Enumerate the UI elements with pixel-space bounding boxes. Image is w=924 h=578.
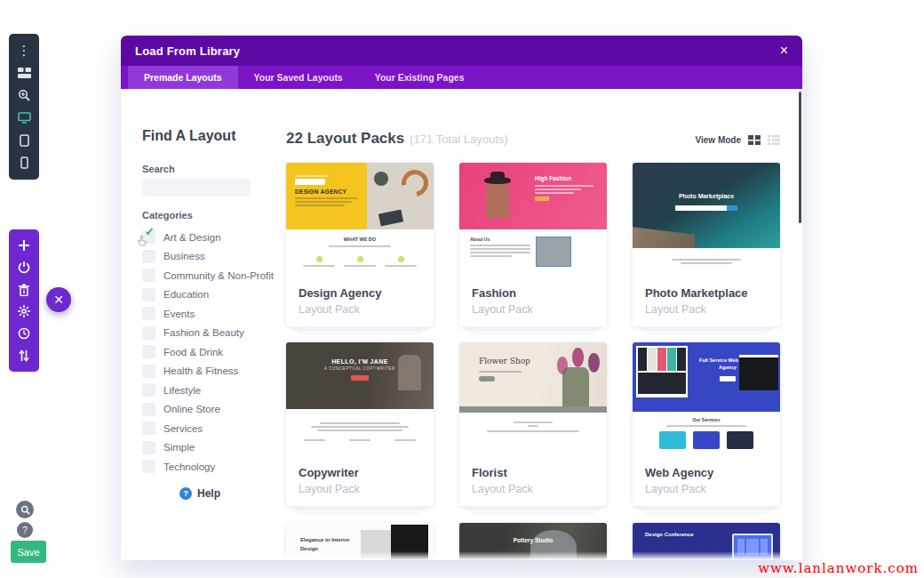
wireframe-view-icon[interactable] — [16, 65, 32, 81]
thumb-hero-text: HELLO, I'M JANE — [286, 358, 434, 365]
card-title: Photo Marketplace — [645, 286, 768, 300]
search-input[interactable] — [142, 179, 251, 197]
trash-icon[interactable] — [16, 282, 32, 298]
category-label: Fashion & Beauty — [163, 327, 244, 338]
sidebar-heading: Find A Layout — [142, 128, 235, 144]
category-food-drink[interactable]: Food & Drink — [142, 342, 275, 362]
thumbnail: Elegance in Interior Design — [286, 523, 434, 560]
category-label: Business — [163, 251, 205, 261]
phone-view-icon[interactable] — [16, 155, 32, 171]
checkbox[interactable] — [142, 421, 155, 435]
kebab-menu-icon[interactable]: ⋮ — [16, 43, 32, 59]
builder-close-button[interactable]: ✕ — [46, 287, 71, 312]
history-clock-icon[interactable] — [16, 325, 32, 341]
modal-scrollbar[interactable] — [799, 92, 801, 223]
category-label: Health & Fitness — [163, 365, 238, 376]
card-subtitle: Layout Pack — [645, 303, 768, 316]
thumb-hero-text: High Fashion — [535, 175, 593, 181]
layout-card-web-agency[interactable]: Full Service Web Design Agency Our Servi… — [633, 342, 780, 515]
checkbox[interactable] — [142, 307, 155, 320]
category-label: Art & Design — [163, 232, 221, 243]
list-view-icon[interactable] — [768, 135, 780, 145]
card-subtitle: Layout Pack — [645, 483, 768, 495]
category-technology[interactable]: Technology — [142, 457, 275, 477]
category-lifestyle[interactable]: Lifestyle — [142, 381, 275, 400]
checkbox[interactable] — [142, 383, 155, 397]
search-label: Search — [142, 164, 175, 174]
category-label: Technology — [163, 462, 215, 472]
checkbox[interactable] — [142, 326, 155, 340]
grid-view-icon[interactable] — [748, 135, 761, 145]
thumb-hero-text: Design Conference — [645, 532, 716, 537]
layout-card-design-agency[interactable]: DESIGN AGENCY — [286, 163, 434, 335]
modal-header: Load From Library × — [121, 36, 802, 66]
category-label: Community & Non-Profit — [163, 270, 274, 281]
modal-close-icon[interactable]: × — [780, 44, 788, 58]
layout-card-design-conference[interactable]: Design Conference — [633, 523, 780, 560]
layout-card-interior-design[interactable]: Elegance in Interior Design — [286, 523, 434, 560]
checkbox[interactable] — [142, 365, 155, 378]
packs-total: (171 Total Layouts) — [410, 132, 507, 146]
checkbox[interactable] — [142, 460, 155, 473]
add-icon[interactable] — [16, 237, 32, 253]
category-education[interactable]: Education — [142, 285, 275, 305]
thumb-hero-text: Flower Shop — [479, 357, 530, 365]
checkbox-checked[interactable]: ✓ — [142, 230, 155, 244]
builder-toolbar — [9, 229, 39, 372]
layout-card-florist[interactable]: Flower Shop — [459, 342, 607, 515]
category-events[interactable]: Events — [142, 304, 275, 324]
help-bubble-button[interactable]: ? — [17, 522, 33, 538]
card-title: Fashion — [472, 286, 594, 300]
view-mode-label: View Mode — [696, 135, 742, 145]
magnifier-icon — [20, 505, 30, 515]
save-button[interactable]: Save — [11, 541, 46, 563]
checkbox[interactable] — [142, 269, 155, 282]
card-subtitle: Layout Pack — [472, 303, 594, 316]
categories-label: Categories — [142, 210, 193, 221]
category-label: Events — [163, 309, 195, 319]
tab-your-existing-pages[interactable]: Your Existing Pages — [359, 66, 481, 89]
swap-arrows-icon[interactable] — [16, 348, 32, 364]
thumbnail: DESIGN AGENCY — [286, 163, 434, 278]
checkbox[interactable] — [142, 441, 155, 454]
layout-card-photo-marketplace[interactable]: Photo Marketplace Photo Marketplace Layo… — [633, 163, 780, 335]
card-subtitle: Layout Pack — [299, 483, 421, 495]
category-simple[interactable]: Simple — [142, 438, 275, 458]
page-zoom-button[interactable] — [16, 501, 34, 518]
settings-gear-icon[interactable] — [16, 303, 32, 319]
checkbox[interactable] — [142, 345, 155, 358]
category-fashion-beauty[interactable]: Fashion & Beauty — [142, 324, 275, 343]
category-services[interactable]: Services — [142, 419, 275, 438]
card-subtitle: Layout Pack — [299, 303, 421, 316]
modal-body: Find A Layout Search Categories ✓ Art & … — [121, 89, 802, 560]
desktop-view-icon[interactable] — [16, 110, 32, 126]
thumbnail: Design Conference — [633, 523, 780, 560]
layout-card-fashion[interactable]: High Fashion About Us — [459, 163, 607, 335]
layout-card-pottery-studio[interactable]: Pottery Studio — [459, 523, 607, 560]
thumb-hero-text: DESIGN AGENCY — [295, 189, 358, 195]
category-online-store[interactable]: Online Store — [142, 400, 275, 420]
category-health-fitness[interactable]: Health & Fitness — [142, 362, 275, 381]
checkbox[interactable] — [142, 403, 155, 416]
layout-card-copywriter[interactable]: HELLO, I'M JANE A CONCEPTUAL COPYWRITER — [286, 342, 434, 515]
thumbnail: Flower Shop — [459, 342, 607, 458]
category-label: Education — [163, 289, 209, 300]
help-icon: ? — [179, 487, 192, 500]
thumbnail: Pottery Studio — [459, 523, 607, 560]
category-business[interactable]: Business — [142, 247, 275, 267]
zoom-icon[interactable] — [16, 87, 32, 103]
tab-premade-layouts[interactable]: Premade Layouts — [128, 66, 238, 89]
card-subtitle: Layout Pack — [472, 483, 594, 495]
portability-icon[interactable] — [16, 260, 32, 276]
category-label: Services — [163, 423, 203, 434]
tab-your-saved-layouts[interactable]: Your Saved Layouts — [238, 66, 359, 89]
modal-title: Load From Library — [135, 44, 240, 58]
tablet-view-icon[interactable] — [16, 132, 32, 149]
category-label: Lifestyle — [163, 385, 201, 396]
checkbox[interactable] — [142, 288, 155, 301]
checkbox[interactable] — [142, 250, 155, 263]
help-link[interactable]: ? Help — [179, 487, 220, 500]
thumbnail: Full Service Web Design Agency Our Servi… — [633, 342, 780, 458]
category-art-design[interactable]: ✓ Art & Design — [142, 228, 275, 247]
category-community[interactable]: Community & Non-Profit — [142, 266, 275, 285]
